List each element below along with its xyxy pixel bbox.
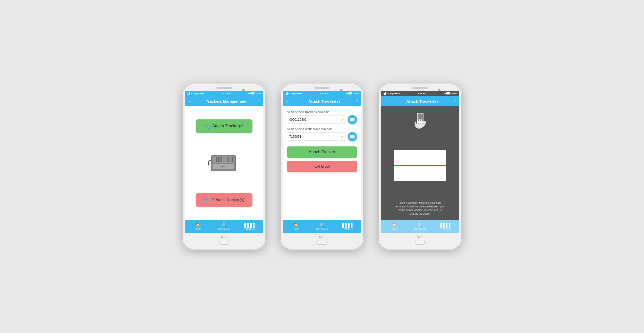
tab-home-label-2: Home [293,228,299,230]
scanner-viewfinder [394,150,446,181]
svg-rect-37 [353,135,353,138]
menu-button-2[interactable]: ≡ [356,99,358,103]
page-title-1: Trackers Management [195,99,258,103]
home-button-2[interactable] [317,241,327,245]
phone-camera-1 [242,89,245,91]
brand-label-2: htc [319,235,325,239]
phone-1: ▾ Cognosos 9:41 AM ⍾ 100% ← Trackers Man… [183,84,265,249]
attach-tracker-label: Attach Tracker [309,150,335,154]
attach-trackers-button[interactable]: 📎 Attach Tracker(s) [196,119,252,133]
status-right-1: ⍾ 100% [248,92,261,95]
svg-point-23 [208,164,209,165]
svg-rect-30 [353,118,354,121]
search-icon-1: 🔍 [222,223,227,227]
page-title-2: Attach Tracker(s) [293,99,356,103]
tab-car-search-3[interactable]: 🔍 Car Search [412,223,428,230]
wifi-icon-3: ▾ [386,92,388,95]
detach-trackers-button[interactable]: 🔗 Detach Tracker(s) [196,193,252,207]
scanner-instruction-text: Place a barcode inside the viewfinder re… [394,201,446,216]
tab-home-2[interactable]: 🏠 Home [288,223,304,230]
wifi-icon-1: ▾ [191,92,192,95]
phone-camera-2 [340,89,343,91]
menu-button-3[interactable]: ≡ [454,99,456,103]
tab-car-search-2[interactable]: 🔍 Car Search [314,223,330,230]
home-button-3[interactable] [415,241,425,245]
bluetooth-icon-3: ⍾ [444,92,445,95]
battery-1 [250,92,255,94]
phone-scan-icon [412,111,428,129]
work-order-input[interactable]: 7176051 ✕ [287,133,346,141]
work-order-field-row: 7176051 ✕ [287,132,357,141]
carrier-2: Cognosos [291,92,302,95]
svg-rect-26 [351,118,352,121]
back-button-3[interactable]: ← [384,99,388,104]
attach-trackers-label: Attach Tracker(s) [212,124,244,128]
tracker-svg: BT 200 [207,151,241,174]
page-title-3: Attach Tracker(s) [391,99,454,103]
svg-rect-29 [353,118,353,121]
tab-car-search-label-2: Car Search [316,228,328,230]
back-button-1[interactable]: ← [188,99,193,104]
attach-tracker-button[interactable]: Attach Tracker [287,146,357,158]
tracker-field-label: Scan or type tracker's number: [287,110,357,114]
battery-2 [348,92,352,94]
tab-bar-2: 🏠 Home 🔍 Car Search ▌▌▌▌ Trackers [283,220,361,233]
work-order-scan-button[interactable] [348,132,357,141]
tab-home-1[interactable]: 🏠 Home [190,223,206,230]
nav-bar-1: ← Trackers Management ≡ [185,96,263,106]
home-icon-1: 🏠 [196,223,201,227]
tab-trackers-label-2: Trackers [344,228,353,230]
status-left-3: ▾ Cognosos [383,92,400,95]
barcode-icon-2: ▌▌▌▌ [342,223,354,227]
work-order-field-group: Scan or type work order number: 7176051 … [287,127,357,141]
svg-rect-39 [354,135,355,138]
phone-2: ▾ Cognosos 9:41 AM ⍾ 100% ← Attach Track… [281,84,363,249]
status-left-1: ▾ Cognosos [187,92,204,95]
search-icon-2: 🔍 [319,223,325,227]
carrier-1: Cognosos [193,92,204,95]
tab-trackers-label-1: Trackers [246,228,255,230]
scanner-icon-area [412,111,428,129]
brand-label-1: htc [221,235,227,239]
svg-text:BT 200: BT 200 [221,166,226,168]
svg-rect-24 [350,118,351,121]
tab-trackers-2[interactable]: ▌▌▌▌ Trackers [340,223,356,230]
svg-rect-34 [351,135,352,138]
tracker-number-input[interactable]: 0000110802 ✕ [287,116,346,124]
svg-rect-27 [352,118,352,121]
clear-all-button[interactable]: Clear All [287,161,357,172]
phone-camera-3 [438,89,440,91]
tab-car-search-1[interactable]: 🔍 Car Search [216,223,232,230]
status-bar-1: ▾ Cognosos 9:41 AM ⍾ 100% [185,91,263,96]
barcode-scan-icon-2 [350,134,355,139]
phone-3: ▾ Cognosos 9:41 AM ⍾ 100% ← Attach Track… [379,84,461,249]
carrier-3: Cognosos [388,92,400,95]
barcode-icon-3: ▌▌▌▌ [440,223,452,227]
screen-content-3: Place a barcode inside the viewfinder re… [381,106,459,220]
tab-home-label-3: Home [391,228,397,230]
back-button-2[interactable]: ← [286,99,291,104]
tracker-field-group: Scan or type tracker's number: 000011080… [287,110,357,124]
tracker-clear-icon[interactable]: ✕ [341,118,344,122]
svg-rect-25 [351,118,351,121]
menu-button-1[interactable]: ≡ [258,99,260,103]
time-3: 9:41 AM [418,92,426,95]
work-order-clear-icon[interactable]: ✕ [341,135,344,139]
tab-bar-1: 🏠 Home 🔍 Car Search ▌▌▌▌ Trackers [185,220,263,233]
tab-trackers-1[interactable]: ▌▌▌▌ Trackers [242,223,258,230]
tab-bar-3: 🏠 Home 🔍 Car Search ▌▌▌▌ Trackers [381,220,459,233]
svg-rect-36 [352,135,353,138]
home-button-1[interactable] [219,241,229,245]
battery-3 [446,92,450,94]
status-right-3: ⍾ 100% [444,92,457,95]
tracker-scan-button[interactable] [348,115,357,124]
svg-rect-28 [352,118,353,121]
time-2: 9:41 AM [320,92,328,95]
tab-trackers-3[interactable]: ▌▌▌▌ Trackers [438,223,454,230]
tab-home-3[interactable]: 🏠 Home [386,223,402,230]
barcode-icon-1: ▌▌▌▌ [244,223,256,227]
svg-rect-32 [350,135,351,138]
screen-content-2: Scan or type tracker's number: 000011080… [283,106,361,220]
svg-rect-1 [213,156,234,163]
screen-content-1: 📎 Attach Tracker(s) [185,106,263,220]
